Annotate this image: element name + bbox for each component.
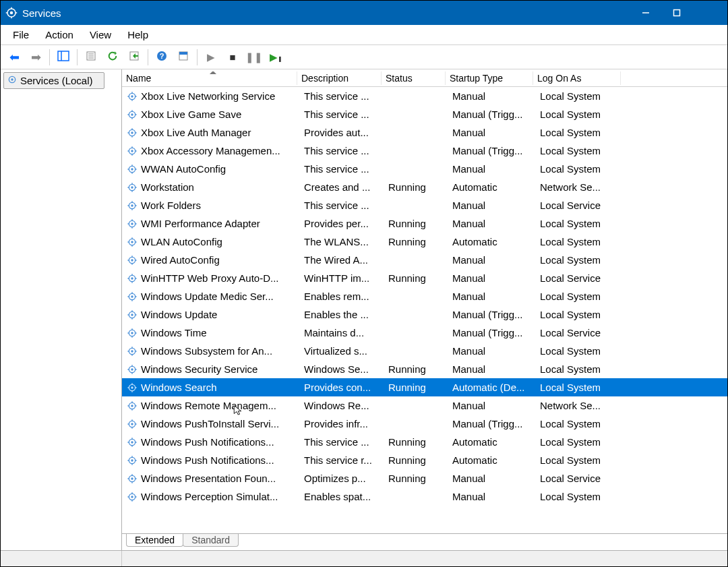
properties-button[interactable] — [82, 48, 100, 67]
service-row[interactable]: WinHTTP Web Proxy Auto-D...WinHTTP im...… — [122, 269, 727, 287]
service-row[interactable]: Windows UpdateEnables the ...Manual (Tri… — [122, 305, 727, 324]
service-startup: Automatic — [448, 454, 536, 466]
service-row[interactable]: Xbox Live Game SaveThis service ...Manua… — [122, 105, 727, 123]
service-row[interactable]: Windows Push Notifications...This servic… — [122, 451, 727, 469]
service-status: Running — [384, 382, 448, 393]
start-service-button[interactable]: ▶ — [202, 48, 220, 67]
service-row[interactable]: Windows Subsystem for An...Virtualized s… — [122, 342, 727, 360]
service-name: Windows Update — [141, 309, 217, 320]
service-row[interactable]: Windows SearchProvides con...RunningAuto… — [122, 378, 727, 396]
column-header-description[interactable]: Description — [297, 71, 382, 85]
service-name: Windows Presentation Foun... — [141, 473, 276, 484]
service-startup: Manual (Trigg... — [448, 109, 536, 120]
svg-point-112 — [131, 368, 133, 370]
service-row[interactable]: Windows Push Notifications...This servic… — [122, 433, 727, 451]
service-row[interactable]: WorkstationCreates and ...RunningAutomat… — [122, 178, 727, 196]
service-row[interactable]: Windows Presentation Foun...Optimizes p.… — [122, 469, 727, 487]
tab-standard[interactable]: Standard — [183, 534, 239, 547]
svg-point-94 — [131, 314, 133, 316]
service-status: Running — [384, 473, 448, 484]
export-icon — [129, 51, 140, 63]
service-row[interactable]: Xbox Live Networking ServiceThis service… — [122, 87, 727, 105]
service-status: Running — [384, 218, 448, 229]
pane-icon — [57, 51, 69, 63]
pause-service-button[interactable]: ❚❚ — [245, 48, 264, 67]
stop-icon: ■ — [229, 51, 235, 63]
service-logon: Local System — [536, 491, 624, 502]
service-row[interactable]: Windows Security ServiceWindows Se...Run… — [122, 360, 727, 378]
service-logon: Local System — [536, 163, 624, 175]
column-header-startup[interactable]: Startup Type — [446, 71, 533, 85]
restart-service-button[interactable]: ▶❚ — [266, 48, 285, 67]
service-row[interactable]: WWAN AutoConfigThis service ...ManualLoc… — [122, 160, 727, 178]
tree-node-services-local[interactable]: Services (Local) — [3, 72, 104, 89]
service-name: Workstation — [141, 181, 194, 193]
service-startup: Manual — [448, 345, 536, 357]
service-startup: Manual (Trigg... — [448, 418, 536, 429]
service-status: Running — [384, 363, 448, 375]
service-description: Provides per... — [300, 218, 384, 229]
service-logon: Local Service — [536, 272, 624, 284]
list-body[interactable]: Xbox Live Networking ServiceThis service… — [122, 87, 727, 534]
back-button[interactable]: ⬅ — [5, 48, 24, 67]
service-logon: Local Service — [536, 473, 624, 484]
service-name: Windows Update Medic Ser... — [141, 291, 274, 302]
menu-action[interactable]: Action — [37, 26, 82, 43]
column-header-logon[interactable]: Log On As — [533, 71, 621, 85]
refresh-button[interactable] — [103, 48, 122, 67]
window-title: Services — [22, 7, 61, 19]
service-status: Running — [384, 454, 448, 466]
service-gear-icon — [126, 200, 138, 212]
content-area: Services (Local) Name Description Status… — [1, 69, 727, 550]
stop-service-button[interactable]: ■ — [223, 48, 242, 67]
service-logon: Local System — [536, 382, 624, 393]
export-button[interactable] — [125, 48, 144, 67]
service-gear-icon — [126, 436, 138, 448]
service-gear-icon — [126, 218, 138, 230]
show-extended-button[interactable] — [174, 48, 193, 67]
service-logon: Local System — [536, 218, 624, 229]
help-button[interactable]: ? — [152, 48, 171, 67]
forward-button[interactable]: ➡ — [26, 48, 45, 67]
svg-point-34 — [131, 131, 133, 133]
service-row[interactable]: Xbox Live Auth ManagerProvides aut...Man… — [122, 123, 727, 142]
menu-view[interactable]: View — [82, 26, 119, 43]
service-row[interactable]: WMI Performance AdapterProvides per...Ru… — [122, 214, 727, 233]
service-description: Creates and ... — [300, 181, 384, 193]
service-row[interactable]: WLAN AutoConfigThe WLANS...RunningAutoma… — [122, 233, 727, 251]
column-header-name[interactable]: Name — [122, 71, 297, 85]
service-gear-icon — [126, 145, 138, 157]
svg-point-52 — [131, 186, 133, 188]
svg-point-148 — [131, 477, 133, 479]
service-startup: Manual (Trigg... — [448, 145, 536, 156]
service-description: Windows Re... — [300, 400, 384, 411]
service-logon: Local System — [536, 291, 624, 302]
svg-rect-18 — [179, 52, 187, 55]
tab-extended[interactable]: Extended — [126, 534, 183, 547]
service-row[interactable]: Windows Perception Simulat...Enables spa… — [122, 487, 727, 506]
svg-point-22 — [131, 95, 133, 97]
menu-file[interactable]: File — [5, 26, 37, 43]
maximize-button[interactable] — [661, 1, 692, 25]
column-header-status[interactable]: Status — [382, 71, 446, 85]
service-gear-icon — [126, 491, 138, 503]
service-row[interactable]: Wired AutoConfigThe Wired A...ManualLoca… — [122, 251, 727, 269]
svg-point-106 — [131, 350, 133, 352]
service-row[interactable]: Windows PushToInstall Servi...Provides i… — [122, 415, 727, 433]
service-row[interactable]: Windows Update Medic Ser...Enables rem..… — [122, 287, 727, 305]
menu-help[interactable]: Help — [119, 26, 156, 43]
show-hide-tree-button[interactable] — [54, 48, 73, 67]
service-description: Enables the ... — [300, 309, 384, 320]
service-row[interactable]: Work FoldersThis service ...ManualLocal … — [122, 196, 727, 214]
service-name: Windows Remote Managem... — [141, 400, 276, 411]
service-row[interactable]: Windows TimeMaintains d...Manual (Trigg.… — [122, 324, 727, 342]
service-description: Virtualized s... — [300, 345, 384, 357]
service-row[interactable]: Windows Remote Managem...Windows Re...Ma… — [122, 396, 727, 415]
service-gear-icon — [126, 272, 138, 285]
svg-point-46 — [131, 168, 133, 170]
svg-point-70 — [131, 241, 133, 243]
service-row[interactable]: Xbox Accessory Managemen...This service … — [122, 142, 727, 160]
service-startup: Manual — [448, 90, 536, 102]
minimize-button[interactable] — [630, 1, 661, 25]
service-startup: Manual — [448, 218, 536, 229]
